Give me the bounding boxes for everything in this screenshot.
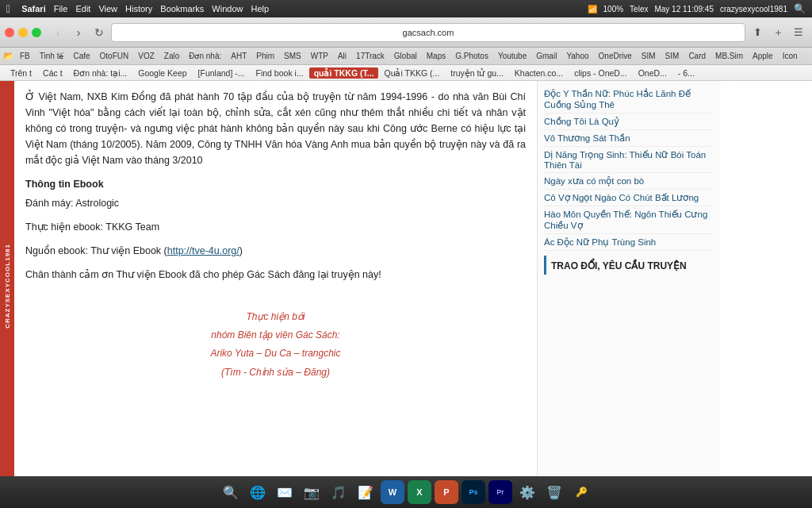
- bm-mbsim[interactable]: MB.Sim: [711, 51, 747, 61]
- dock-word[interactable]: W: [381, 480, 404, 504]
- apple-menu-icon[interactable]: : [6, 2, 10, 15]
- traffic-lights: [5, 28, 41, 37]
- bm-ali[interactable]: Ali: [334, 51, 350, 61]
- bm-maps[interactable]: Maps: [423, 51, 450, 61]
- dock-excel[interactable]: X: [408, 480, 431, 504]
- reload-button[interactable]: ↻: [90, 24, 108, 41]
- bm-sms[interactable]: SMS: [280, 51, 305, 61]
- dock-mail[interactable]: ✉️: [273, 480, 297, 504]
- nav-truyen[interactable]: truyện tử gu...: [445, 67, 509, 79]
- sidebar-username: CRAZYSEXYCOOL1981: [4, 244, 11, 329]
- dock-ps[interactable]: Ps: [462, 480, 485, 504]
- book-item-5[interactable]: Ngày xưa có một con bò: [544, 173, 714, 190]
- bm-gmail[interactable]: Gmail: [532, 51, 561, 61]
- article-intro: Ở Việt Nam, NXB Kim Đồng đã phát hành 70…: [25, 89, 526, 168]
- nav-tkkg1[interactable]: quải TKKG (T...: [309, 67, 379, 79]
- book-item-4[interactable]: Dị Năng Trọng Sinh: Thiếu Nữ Bói Toán Th…: [544, 147, 714, 173]
- file-menu[interactable]: File: [54, 4, 68, 13]
- bm-onedrive[interactable]: OneDrive: [595, 51, 636, 61]
- minimize-button[interactable]: [18, 28, 28, 37]
- nav-oned[interactable]: OneD...: [633, 67, 672, 79]
- help-menu[interactable]: Help: [251, 4, 269, 13]
- bookmarks-menu[interactable]: Bookmarks: [160, 4, 204, 13]
- danh-may: Đánh máy: Astrologic: [25, 195, 526, 211]
- bm-youtube[interactable]: Youtube: [494, 51, 530, 61]
- bm-gphotos[interactable]: G.Photos: [451, 51, 492, 61]
- bm-zalo[interactable]: Zalo: [160, 51, 183, 61]
- left-sidebar: CRAZYSEXYCOOL1981: [0, 81, 14, 491]
- nav-findbook[interactable]: Find book i...: [251, 67, 309, 79]
- window-menu[interactable]: Window: [212, 4, 243, 13]
- book-item-1[interactable]: Độc Y Thần Nữ: Phúc Hắc Lãnh Đế Cuồng Sủ…: [544, 86, 714, 114]
- search-icon[interactable]: 🔍: [794, 3, 806, 14]
- bookmarks-bar: 📂 FB Tinh tế Cafe OtoFUN VOZ Zalo Đơn nh…: [0, 48, 812, 65]
- bm-voz[interactable]: VOZ: [134, 51, 159, 61]
- bm-17track[interactable]: 17Track: [352, 51, 389, 61]
- nav-clips[interactable]: clips - OneD...: [569, 67, 633, 79]
- nav-cact[interactable]: Các t: [37, 67, 68, 79]
- new-tab-icon[interactable]: ＋: [769, 24, 787, 41]
- nav-donnha[interactable]: Đơn nhà: tại...: [68, 67, 133, 79]
- back-button[interactable]: ‹: [49, 24, 67, 41]
- bm-card[interactable]: Card: [684, 51, 710, 61]
- thuc-hien-boi: Thực hiện bởi: [25, 310, 526, 325]
- dock-trash[interactable]: 🗑️: [542, 480, 566, 504]
- battery-status: 100%: [603, 5, 624, 13]
- nav-googlekeep[interactable]: Google Keep: [132, 67, 192, 79]
- dock-pr[interactable]: Pr: [488, 480, 512, 504]
- nav-6[interactable]: - 6...: [672, 67, 700, 79]
- dock-photos[interactable]: 📷: [300, 480, 324, 504]
- dock-music[interactable]: 🎵: [327, 480, 350, 504]
- forward-button[interactable]: ›: [70, 24, 87, 41]
- close-button[interactable]: [5, 28, 14, 37]
- dock-ppt[interactable]: P: [435, 480, 458, 504]
- section-ebook-title: Thông tin Ebook: [25, 176, 526, 192]
- url-bar[interactable]: gacsach.com: [111, 23, 745, 42]
- book-item-7[interactable]: Hào Môn Quyền Thế: Ngôn Thiếu Cưng Chiều…: [544, 206, 714, 234]
- book-item-3[interactable]: Vô Thương Sát Thần: [544, 130, 714, 147]
- dock-key[interactable]: 🔑: [569, 480, 593, 504]
- nguon-label: Nguồn ebook: Thư viện Ebook (: [25, 245, 167, 256]
- bm-wtp[interactable]: WTP: [307, 51, 332, 61]
- bm-sim2[interactable]: SIM: [661, 51, 684, 61]
- right-sidebar: Độc Y Thần Nữ: Phúc Hắc Lãnh Đế Cuồng Sủ…: [538, 81, 720, 491]
- bm-global[interactable]: Global: [390, 51, 421, 61]
- nav-trent[interactable]: Trên t: [5, 67, 37, 79]
- bm-otofun[interactable]: OtoFUN: [96, 51, 133, 61]
- dock-safari[interactable]: 🌐: [246, 480, 270, 504]
- dock-finder[interactable]: 🔍: [219, 480, 243, 504]
- nhom-bien-tap: nhóm Biên tập viên Gác Sách:: [25, 328, 526, 343]
- bm-sim[interactable]: SIM: [638, 51, 660, 61]
- app-name[interactable]: Safari: [21, 4, 46, 13]
- trao-doi-title: TRAO ĐỔI, YÊU CẦU TRUYỆN: [544, 256, 714, 275]
- book-item-8[interactable]: Ác Độc Nữ Phụ Trùng Sinh: [544, 234, 714, 251]
- dock-settings[interactable]: ⚙️: [515, 480, 539, 504]
- edit-menu[interactable]: Edit: [75, 4, 90, 13]
- bm-icon[interactable]: Icon: [779, 51, 802, 61]
- article-body: Ở Việt Nam, NXB Kim Đồng đã phát hành 70…: [25, 89, 526, 380]
- bm-aht[interactable]: AHT: [227, 51, 251, 61]
- bookmarks-folder-icon[interactable]: 📂: [3, 51, 14, 61]
- bm-cafe[interactable]: Cafe: [69, 51, 94, 61]
- history-menu[interactable]: History: [125, 4, 152, 13]
- book-item-6[interactable]: Cô Vợ Ngọt Ngào Có Chút Bất Lương: [544, 190, 714, 206]
- view-menu[interactable]: View: [98, 4, 117, 13]
- nguon-link[interactable]: http://tve-4u.org/: [167, 245, 239, 256]
- bm-apple[interactable]: Apple: [749, 51, 777, 61]
- dock: 🔍 🌐 ✉️ 📷 🎵 📝 W X P Ps Pr ⚙️ 🗑️ 🔑: [0, 476, 812, 508]
- bm-tinhte[interactable]: Tinh tế: [36, 51, 68, 61]
- share-icon[interactable]: ⬆: [749, 24, 766, 41]
- maximize-button[interactable]: [32, 28, 41, 37]
- nav-khacten[interactable]: Khacten.co...: [509, 67, 569, 79]
- dock-notes[interactable]: 📝: [354, 480, 377, 504]
- sidebar-toggle-icon[interactable]: ☰: [790, 24, 807, 41]
- bm-phim[interactable]: Phim: [252, 51, 278, 61]
- bm-fb[interactable]: FB: [16, 51, 34, 61]
- nguon-end: ): [239, 245, 243, 256]
- bm-donnha[interactable]: Đơn nhà:: [185, 51, 225, 61]
- nav-funland[interactable]: [Funland] -...: [193, 67, 251, 79]
- book-item-2[interactable]: Chồng Tôi Là Quỷ: [544, 114, 714, 130]
- bm-yahoo[interactable]: Yahoo: [562, 51, 592, 61]
- second-nav-row: Trên t Các t Đơn nhà: tại... Google Keep…: [0, 65, 812, 81]
- nav-tkkg2[interactable]: Quải TKKG (...: [378, 67, 445, 79]
